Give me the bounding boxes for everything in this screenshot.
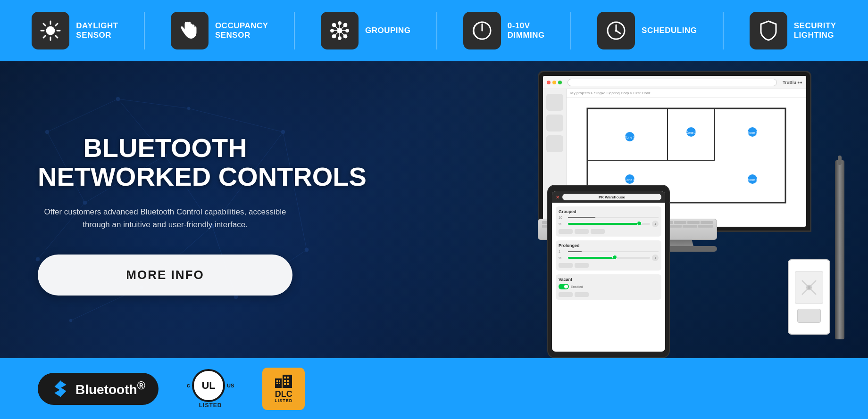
- dimming-icon-box: [463, 12, 501, 49]
- svg-line-5: [43, 24, 46, 26]
- svg-line-17: [340, 31, 345, 36]
- monitor-url-bar: [568, 79, 777, 86]
- clock-icon: [605, 19, 627, 42]
- dlc-text: DLC: [275, 390, 292, 398]
- svg-text:Zone 5: Zone 5: [747, 178, 758, 181]
- prolonged-slider-row-2: % +: [559, 255, 659, 261]
- dlc-badge: DLC LISTED: [262, 368, 305, 410]
- tablet-group-grouped: Grouped 10 %: [556, 206, 661, 237]
- svg-line-6: [56, 36, 58, 38]
- dial-icon: [471, 19, 493, 42]
- svg-text:Zone 1: Zone 1: [625, 136, 635, 139]
- buildings-svg: [274, 375, 293, 388]
- vacant-mini-controls: [559, 292, 659, 297]
- svg-point-0: [46, 26, 55, 35]
- tablet-top-bar: ✕ PK Warehouse: [552, 191, 665, 203]
- svg-point-74: [808, 286, 810, 289]
- divider-3: [436, 12, 437, 49]
- hero-left-panel: BLUETOOTH NETWORKED CONTROLS Offer custo…: [0, 61, 321, 358]
- svg-line-8: [43, 36, 46, 38]
- svg-line-14: [334, 25, 340, 31]
- divider-2: [294, 12, 295, 49]
- grouping-icon-box: [321, 12, 359, 49]
- hand-wave-icon: [178, 19, 201, 42]
- dlc-listed-text: LISTED: [275, 398, 292, 403]
- feature-dimming[interactable]: 0-10V DIMMING: [463, 12, 545, 49]
- wall-switch-device: [788, 259, 830, 335]
- feature-scheduling[interactable]: SCHEDULING: [597, 12, 697, 49]
- feature-grouping[interactable]: GROUPING: [321, 12, 411, 49]
- svg-rect-84: [287, 380, 289, 382]
- bluetooth-badge: Bluetooth®: [38, 373, 159, 405]
- svg-line-7: [56, 24, 58, 26]
- prolonged-mini-controls: [559, 263, 659, 268]
- nav-item-2: [546, 115, 563, 131]
- group-slider-row-1: 10: [559, 216, 659, 219]
- toolbar-max-dot: [558, 81, 562, 84]
- security-label: SECURITY LIGHTING: [794, 21, 836, 41]
- bluetooth-label: Bluetooth®: [75, 379, 145, 397]
- svg-line-16: [334, 31, 340, 36]
- svg-rect-76: [276, 380, 278, 382]
- nav-item-3: [546, 135, 563, 152]
- switch-button-display: [797, 309, 821, 323]
- top-features-bar: DAYLIGHT SENSOR OCCUPANCY SENSOR: [0, 0, 868, 61]
- hero-right-panel: TruBlu ●● My projects: [321, 61, 868, 358]
- occupancy-sensor-icon-box: [171, 12, 209, 49]
- svg-rect-75: [275, 378, 282, 388]
- svg-rect-85: [284, 383, 286, 385]
- grouping-icon: [328, 19, 351, 42]
- bottom-bar: Bluetooth® c UL US LISTED: [0, 358, 868, 419]
- svg-rect-82: [287, 377, 289, 378]
- scheduling-icon-box: [597, 12, 635, 49]
- group-title-2: Prolonged: [559, 243, 659, 248]
- ul-us-label: US: [227, 383, 234, 388]
- feature-daylight-sensor[interactable]: DAYLIGHT SENSOR: [32, 12, 118, 49]
- more-info-button[interactable]: MORE INFO: [38, 255, 292, 296]
- ul-label: UL: [201, 379, 215, 392]
- pir-sensor-icon: [800, 278, 818, 297]
- nav-item-1: [546, 94, 563, 111]
- divider-5: [723, 12, 724, 49]
- group-slider-row-2: % +: [559, 221, 659, 227]
- toolbar-close-dot: [547, 81, 551, 84]
- tablet-group-prolonged: Prolonged 1 %: [556, 240, 661, 271]
- divider-4: [570, 12, 571, 49]
- daylight-sensor-icon-box: [32, 12, 69, 49]
- svg-point-30: [615, 30, 617, 32]
- trublu-logo: TruBlu ●●: [783, 80, 802, 85]
- antenna-device: [835, 160, 844, 339]
- tablet-frame: ✕ PK Warehouse Grouped 10: [547, 185, 670, 358]
- group-mini-controls: [559, 229, 659, 234]
- dlc-certification: DLC LISTED: [262, 368, 305, 410]
- svg-rect-78: [276, 383, 278, 384]
- tablet-device: ✕ PK Warehouse Grouped 10: [547, 185, 670, 358]
- group-title-1: Grouped: [559, 209, 659, 214]
- grouping-label: GROUPING: [365, 26, 411, 35]
- svg-rect-83: [284, 380, 286, 382]
- hero-section: BLUETOOTH NETWORKED CONTROLS Offer custo…: [0, 61, 868, 358]
- svg-rect-86: [287, 383, 289, 385]
- svg-text:Zone 3: Zone 3: [747, 131, 758, 134]
- toolbar-min-dot: [552, 81, 556, 84]
- sun-icon: [39, 19, 62, 42]
- hero-subtitle: Offer customers advanced Bluetooth Contr…: [38, 205, 292, 231]
- tablet-display: ✕ PK Warehouse Grouped 10: [552, 191, 665, 352]
- bluetooth-icon: [51, 379, 70, 398]
- vacant-toggle-row: Enabled: [559, 284, 659, 289]
- svg-rect-77: [279, 380, 280, 382]
- tablet-group-vacant: Vacant Enabled: [556, 274, 661, 300]
- feature-occupancy-sensor[interactable]: OCCUPANCY SENSOR: [171, 12, 268, 49]
- dimming-label: 0-10V DIMMING: [508, 21, 545, 41]
- dlc-buildings-icon: [274, 375, 293, 388]
- svg-rect-81: [284, 377, 286, 378]
- hero-title: BLUETOOTH NETWORKED CONTROLS: [38, 133, 292, 191]
- scheduling-label: SCHEDULING: [642, 26, 697, 35]
- group-title-3: Vacant: [559, 277, 659, 282]
- tablet-close-btn: ✕: [556, 195, 559, 200]
- security-icon-box: [750, 12, 787, 49]
- feature-security[interactable]: SECURITY LIGHTING: [750, 12, 836, 49]
- switch-sensor-display: [795, 271, 823, 304]
- occupancy-sensor-label: OCCUPANCY SENSOR: [215, 21, 268, 41]
- divider-1: [144, 12, 145, 49]
